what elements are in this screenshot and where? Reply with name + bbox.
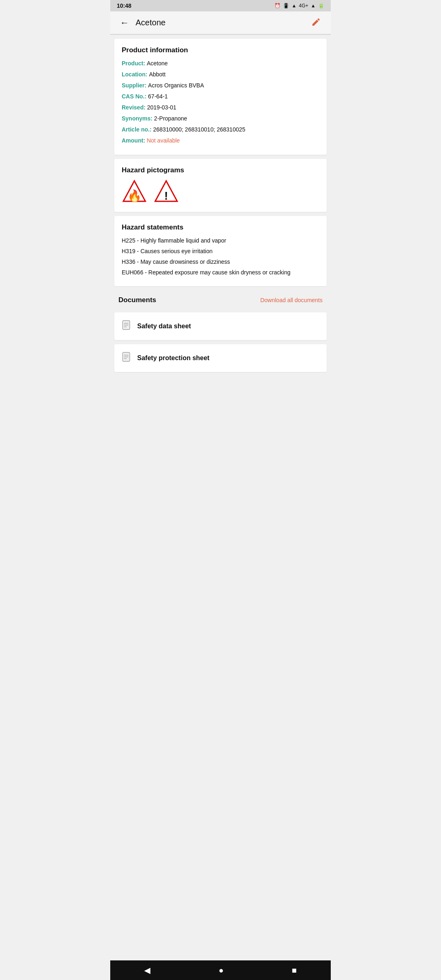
- flame-pictogram: 🔥: [122, 179, 147, 205]
- document-label: Safety protection sheet: [137, 354, 209, 362]
- svg-text:!: !: [164, 189, 168, 202]
- info-value: 67-64-1: [148, 93, 168, 100]
- status-bar: 10:48 ⏰ 📳 ▲ 4G+ ▲ 🔋: [110, 0, 331, 11]
- hazard-statement-item: H336 - May cause drowsiness or dizziness: [122, 258, 319, 266]
- documents-list: Safety data sheet Safety protection shee…: [114, 312, 327, 376]
- product-info-fields: Product: AcetoneLocation: AbbottSupplier…: [122, 59, 319, 145]
- info-value: 2019-03-01: [147, 104, 176, 111]
- document-item[interactable]: Safety protection sheet: [114, 344, 327, 372]
- edit-icon: [311, 17, 321, 27]
- info-value: Acetone: [147, 60, 167, 67]
- main-content: Product information Product: AcetoneLoca…: [110, 35, 331, 380]
- back-arrow-icon: ←: [120, 18, 129, 28]
- documents-header: Documents Download all documents: [114, 290, 327, 308]
- document-item[interactable]: Safety data sheet: [114, 312, 327, 340]
- document-label: Safety data sheet: [137, 323, 191, 330]
- info-value: Abbott: [149, 71, 165, 78]
- document-icon: [121, 352, 131, 365]
- info-label: Amount:: [122, 137, 147, 144]
- product-info-row: CAS No.: 67-64-1: [122, 92, 319, 101]
- top-nav: ← Acetone: [110, 11, 331, 34]
- download-all-button[interactable]: Download all documents: [260, 297, 323, 303]
- info-label: Location:: [122, 71, 149, 78]
- status-time: 10:48: [117, 2, 131, 9]
- hazard-statements-list: H225 - Highly flammable liquid and vapor…: [122, 236, 319, 277]
- product-info-row: Amount: Not available: [122, 136, 319, 145]
- info-value: 268310000; 268310010; 268310025: [153, 126, 245, 133]
- product-info-row: Location: Abbott: [122, 70, 319, 79]
- product-info-card: Product information Product: AcetoneLoca…: [114, 39, 327, 155]
- hazard-statement-item: H319 - Causes serious eye irritation: [122, 247, 319, 256]
- info-label: Article no.:: [122, 126, 153, 133]
- product-info-row: Synonyms: 2-Propanone: [122, 114, 319, 123]
- alarm-icon: ⏰: [274, 3, 281, 9]
- svg-text:🔥: 🔥: [127, 189, 142, 203]
- info-label: CAS No.:: [122, 93, 148, 100]
- hazard-statement-item: EUH066 - Repeated exposure may cause ski…: [122, 268, 319, 277]
- product-info-row: Revised: 2019-03-01: [122, 103, 319, 112]
- hazard-pictograms-title: Hazard pictograms: [122, 166, 319, 174]
- signal-icon: 4G+: [299, 3, 308, 9]
- exclamation-pictogram: !: [154, 179, 179, 205]
- status-icons: ⏰ 📳 ▲ 4G+ ▲ 🔋: [274, 3, 324, 9]
- documents-title: Documents: [118, 296, 156, 304]
- info-label: Supplier:: [122, 82, 148, 89]
- document-icon: [121, 320, 131, 333]
- hazard-statements-card: Hazard statements H225 - Highly flammabl…: [114, 216, 327, 286]
- back-button[interactable]: ←: [117, 14, 132, 31]
- info-value: Acros Organics BVBA: [148, 82, 204, 89]
- hazard-pictograms-card: Hazard pictograms 🔥 !: [114, 159, 327, 212]
- edit-button[interactable]: [308, 14, 324, 31]
- page-title: Acetone: [136, 18, 308, 27]
- wifi-icon: ▲: [292, 3, 296, 9]
- info-label: Product:: [122, 60, 147, 67]
- hazard-statement-item: H225 - Highly flammable liquid and vapor: [122, 236, 319, 245]
- info-value: 2-Propanone: [154, 115, 187, 122]
- product-info-row: Product: Acetone: [122, 59, 319, 68]
- network-icon: ▲: [311, 3, 316, 9]
- hazard-statements-title: Hazard statements: [122, 223, 319, 232]
- battery-icon: 🔋: [318, 3, 324, 9]
- info-value: Not available: [147, 137, 180, 144]
- info-label: Revised:: [122, 104, 147, 111]
- pictograms-row: 🔥 !: [122, 179, 319, 205]
- info-label: Synonyms:: [122, 115, 154, 122]
- product-info-title: Product information: [122, 46, 319, 54]
- vibrate-icon: 📳: [283, 3, 289, 9]
- product-info-row: Article no.: 268310000; 268310010; 26831…: [122, 125, 319, 134]
- product-info-row: Supplier: Acros Organics BVBA: [122, 81, 319, 90]
